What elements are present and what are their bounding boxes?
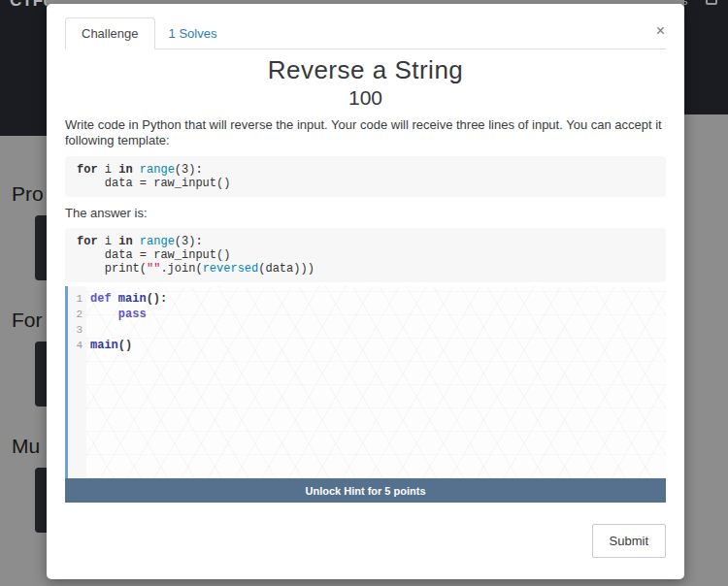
code-token: () <box>118 339 132 352</box>
category-heading-fragment: Mu <box>12 435 40 458</box>
code-token: in <box>118 235 132 248</box>
code-token: def <box>90 292 112 306</box>
submit-button[interactable]: Submit <box>592 524 666 558</box>
tab-bar: Challenge 1 Solves <box>65 17 666 49</box>
code-token: (data))) <box>258 262 314 276</box>
close-icon[interactable]: × <box>656 23 665 39</box>
code-line <box>90 322 666 338</box>
code-token <box>133 235 140 248</box>
description-line: following template: <box>65 133 666 148</box>
challenge-title: Reverse a String <box>65 55 666 84</box>
code-snippet-template: for i in range(3): data = raw_input() <box>65 156 666 197</box>
code-token: main <box>90 339 118 352</box>
code-token: pass <box>118 308 147 321</box>
category-heading-fragment: For <box>12 309 43 332</box>
challenge-description: Write code in Python that will reverse t… <box>65 117 666 147</box>
unlock-hint-button[interactable]: Unlock Hint for 5 points <box>65 478 666 503</box>
code-token <box>133 163 140 177</box>
code-token: for <box>77 235 98 248</box>
code-line: data = raw_input() <box>77 177 654 190</box>
code-token: (3): <box>175 235 203 248</box>
code-token: for <box>77 163 98 177</box>
code-token: i <box>98 163 119 177</box>
code-token: (3): <box>175 163 203 177</box>
code-token: range <box>140 163 175 177</box>
code-token: range <box>140 235 175 248</box>
code-token: in <box>118 163 132 177</box>
tab-challenge[interactable]: Challenge <box>65 17 155 49</box>
line-number: 1 <box>68 291 83 307</box>
answer-label: The answer is: <box>65 206 666 220</box>
code-line: data = raw_input() <box>77 248 654 262</box>
editor-line-numbers: 1 2 3 4 <box>68 286 86 478</box>
code-snippet-answer: for i in range(3): data = raw_input() pr… <box>65 228 666 282</box>
code-token: (): <box>147 292 168 306</box>
challenge-points: 100 <box>65 86 666 110</box>
tab-solves[interactable]: 1 Solves <box>155 18 231 49</box>
editor-code-area[interactable]: def main(): passmain() <box>86 286 666 478</box>
line-number: 2 <box>68 307 83 322</box>
page-header-dark-left: CTFd <box>0 0 47 136</box>
submit-row: Submit <box>65 524 666 558</box>
description-line: Write code in Python that will reverse t… <box>65 117 666 133</box>
code-token: "" <box>147 262 160 276</box>
challenge-modal: × Challenge 1 Solves Reverse a String 10… <box>47 4 684 579</box>
code-token: reversed <box>203 262 259 276</box>
code-token <box>112 292 118 306</box>
code-token: main <box>118 292 147 306</box>
code-editor[interactable]: 1 2 3 4 def main(): passmain() <box>65 286 666 478</box>
code-token: i <box>98 235 119 248</box>
code-token: .join( <box>160 262 202 276</box>
code-token <box>90 308 118 321</box>
category-heading-fragment: Pro <box>12 182 44 206</box>
line-number: 4 <box>68 338 83 353</box>
logout-icon <box>706 0 717 5</box>
page-header-dark-right: s <box>684 0 728 114</box>
navbar-brand: CTFd <box>10 0 47 11</box>
line-number: 3 <box>68 322 83 338</box>
navbar-link-fragment: s <box>684 0 688 8</box>
code-token: print( <box>77 262 147 276</box>
